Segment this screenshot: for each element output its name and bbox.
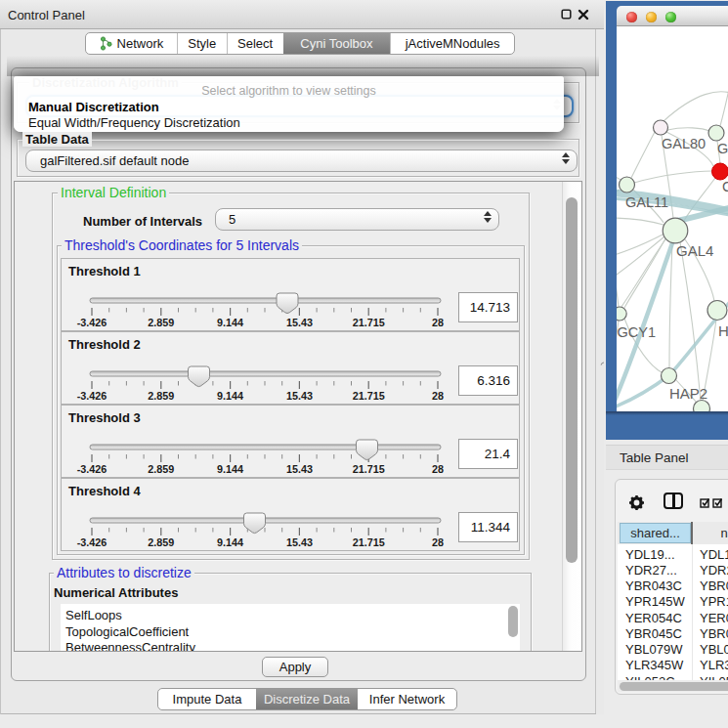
svg-text:28: 28: [432, 390, 444, 402]
svg-text:2.859: 2.859: [148, 536, 174, 548]
svg-text:28: 28: [432, 536, 444, 548]
svg-text:28: 28: [432, 463, 444, 475]
svg-text:GCY1: GCY1: [618, 324, 657, 340]
svg-text:21.715: 21.715: [353, 390, 385, 402]
svg-text:21.715: 21.715: [353, 317, 385, 328]
svg-text:HIS4: HIS4: [718, 322, 728, 339]
svg-text:2.859: 2.859: [148, 317, 174, 328]
svg-text:15.43: 15.43: [286, 317, 313, 328]
svg-text:C: C: [722, 179, 728, 194]
svg-text:9.144: 9.144: [217, 536, 243, 548]
svg-text:21.715: 21.715: [353, 536, 385, 548]
svg-text:HAP2: HAP2: [669, 385, 707, 402]
svg-text:21.715: 21.715: [353, 463, 385, 475]
svg-text:-3.426: -3.426: [77, 536, 107, 548]
svg-text:9.144: 9.144: [217, 463, 243, 475]
svg-text:GAL80: GAL80: [662, 136, 706, 151]
svg-text:2.859: 2.859: [148, 463, 174, 475]
svg-text:-3.426: -3.426: [77, 317, 107, 328]
svg-text:2.859: 2.859: [148, 390, 174, 402]
svg-text:15.43: 15.43: [286, 390, 313, 402]
svg-text:28: 28: [432, 317, 444, 328]
svg-text:9.144: 9.144: [217, 390, 243, 402]
svg-text:GAL: GAL: [717, 141, 728, 156]
svg-text:-3.426: -3.426: [77, 463, 107, 475]
svg-text:GAL4: GAL4: [676, 242, 713, 259]
svg-text:GAL11: GAL11: [625, 194, 668, 210]
svg-text:15.43: 15.43: [286, 463, 313, 475]
svg-text:9.144: 9.144: [217, 317, 243, 328]
svg-text:15.43: 15.43: [286, 536, 313, 548]
svg-text:-3.426: -3.426: [77, 390, 107, 402]
